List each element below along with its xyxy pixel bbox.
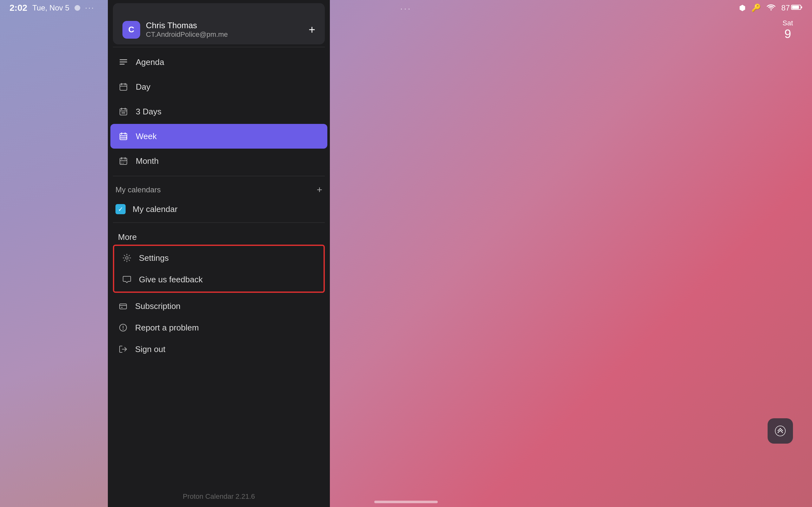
status-icons: ⬢ 🔑 87 <box>739 3 803 12</box>
svg-rect-34 <box>122 163 124 164</box>
agenda-label: Agenda <box>136 57 164 67</box>
floating-widget-button[interactable] <box>768 418 793 444</box>
my-calendar-checkbox[interactable]: ✓ <box>115 204 125 214</box>
day-label: Day <box>136 82 150 92</box>
svg-rect-12 <box>125 108 125 110</box>
feedback-label: Give us feedback <box>139 275 203 285</box>
svg-rect-15 <box>123 112 124 114</box>
svg-rect-33 <box>120 163 122 164</box>
status-more-icon[interactable]: ··· <box>85 4 95 12</box>
calendars-section-header: My calendars + <box>108 179 330 199</box>
svg-rect-11 <box>121 108 122 110</box>
highlight-box: Settings Give us feedback <box>113 245 325 293</box>
subscription-icon <box>118 301 128 311</box>
nav-item-agenda[interactable]: Agenda <box>110 50 327 74</box>
day-icon <box>118 81 129 92</box>
subscription-item[interactable]: Subscription <box>110 295 327 317</box>
chat-icon <box>122 274 132 285</box>
svg-point-35 <box>125 257 128 259</box>
svg-rect-1 <box>801 6 802 8</box>
svg-rect-9 <box>120 86 127 87</box>
account-info: C Chris Thomas CT.AndroidPolice@pm.me <box>122 20 228 39</box>
week-icon <box>118 131 129 142</box>
svg-point-39 <box>775 426 785 436</box>
svg-rect-4 <box>119 61 127 62</box>
month-label: Month <box>136 156 159 166</box>
signout-item[interactable]: Sign out <box>110 338 327 360</box>
report-icon <box>118 323 128 333</box>
feedback-item[interactable]: Give us feedback <box>114 269 323 290</box>
svg-rect-23 <box>123 136 124 139</box>
nav-item-day[interactable]: Day <box>110 74 327 99</box>
3days-label: 3 Days <box>136 107 161 117</box>
agenda-icon <box>118 57 129 67</box>
add-account-button[interactable]: + <box>309 23 315 37</box>
subscription-label: Subscription <box>135 301 181 311</box>
more-section: More Settings Giv <box>108 225 330 295</box>
month-icon <box>118 156 129 166</box>
signout-label: Sign out <box>135 344 165 354</box>
divider-1 <box>113 47 325 47</box>
top-center-menu[interactable]: ··· <box>400 4 412 14</box>
svg-rect-20 <box>120 135 127 136</box>
status-date: Tue, Nov 5 <box>32 3 69 12</box>
report-item[interactable]: Report a problem <box>110 317 327 338</box>
svg-rect-19 <box>125 132 125 135</box>
account-email: CT.AndroidPolice@pm.me <box>146 31 228 39</box>
wifi-icon <box>767 3 775 12</box>
3days-icon <box>118 106 129 117</box>
svg-rect-14 <box>121 112 123 114</box>
avatar: C <box>122 21 140 39</box>
svg-rect-3 <box>119 59 127 60</box>
svg-rect-2 <box>792 6 799 9</box>
svg-rect-5 <box>119 64 125 65</box>
right-content-area <box>330 0 812 507</box>
calendar-item-my[interactable]: ✓ My calendar <box>108 199 330 220</box>
gear-icon <box>122 253 132 263</box>
account-name: Chris Thomas <box>146 20 228 31</box>
nav-item-week[interactable]: Week <box>110 124 327 149</box>
add-calendar-button[interactable]: + <box>316 184 322 195</box>
background-left <box>0 0 108 507</box>
svg-rect-28 <box>125 157 125 159</box>
svg-rect-13 <box>120 111 127 111</box>
account-text: Chris Thomas CT.AndroidPolice@pm.me <box>146 20 228 39</box>
more-label: More <box>110 228 327 245</box>
signout-icon <box>118 344 128 354</box>
settings-label: Settings <box>139 253 169 263</box>
sidebar: C Chris Thomas CT.AndroidPolice@pm.me + … <box>108 0 330 507</box>
divider-3 <box>113 222 325 223</box>
svg-point-38 <box>123 329 124 330</box>
battery-indicator: 87 <box>781 3 803 12</box>
date-indicator: Sat 9 <box>782 19 793 41</box>
svg-rect-32 <box>124 161 125 162</box>
week-label: Week <box>136 131 157 141</box>
svg-rect-7 <box>121 83 122 85</box>
calendars-title: My calendars <box>115 185 161 194</box>
version-label: Proton Calendar 2.21.6 <box>108 486 330 507</box>
svg-rect-29 <box>120 160 127 161</box>
day-number: 9 <box>782 27 793 41</box>
svg-rect-6 <box>120 84 127 90</box>
battery-icon <box>791 3 803 12</box>
nav-item-month[interactable]: Month <box>110 149 327 173</box>
svg-rect-25 <box>125 136 126 139</box>
svg-rect-18 <box>121 132 122 135</box>
bluetooth-icon: ⬢ <box>739 3 746 12</box>
svg-rect-31 <box>122 161 124 162</box>
key-icon: 🔑 <box>751 3 761 12</box>
home-indicator <box>374 501 438 503</box>
svg-rect-22 <box>122 136 123 139</box>
svg-rect-36 <box>119 304 126 309</box>
svg-rect-27 <box>121 157 122 159</box>
day-name: Sat <box>782 19 793 27</box>
svg-rect-30 <box>120 161 122 162</box>
status-time: 2:02 <box>9 3 27 13</box>
report-label: Report a problem <box>135 323 199 333</box>
status-dot <box>74 5 80 11</box>
settings-item[interactable]: Settings <box>114 247 323 269</box>
divider-2 <box>113 176 325 176</box>
svg-rect-24 <box>124 136 125 139</box>
nav-item-3days[interactable]: 3 Days <box>110 99 327 124</box>
svg-rect-8 <box>125 83 125 85</box>
